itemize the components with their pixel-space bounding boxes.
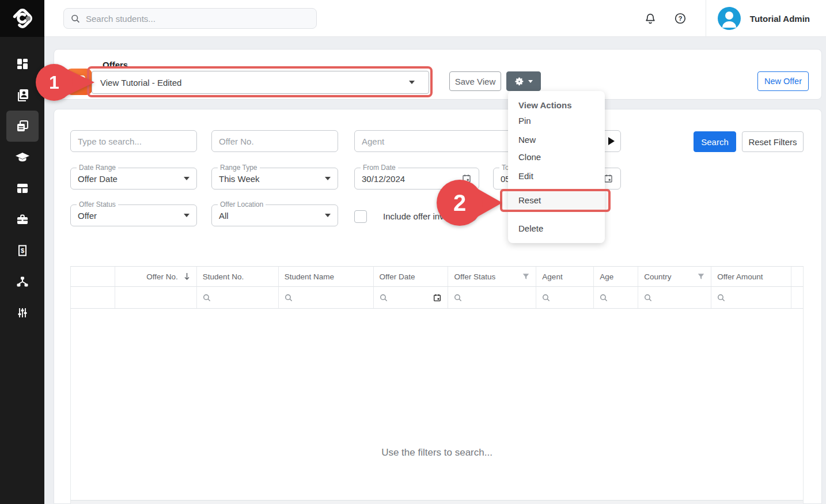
filter-cell-student-no[interactable]	[197, 287, 279, 308]
student-search-input[interactable]	[86, 14, 309, 24]
range-type-select[interactable]: Range Type This Week	[211, 168, 338, 190]
sidebar-item-boards[interactable]	[6, 173, 39, 204]
keyword-search-input[interactable]	[71, 131, 196, 151]
save-view-button[interactable]: Save View	[449, 71, 501, 91]
contacts-icon	[16, 88, 29, 102]
filter-cell-student-name[interactable]	[279, 287, 374, 308]
menu-title: View Actions	[518, 100, 572, 110]
table-filter-row	[70, 287, 804, 309]
calendar-icon[interactable]	[433, 293, 442, 302]
from-date-value: 30/12/2024	[362, 174, 405, 184]
sliders-icon	[16, 306, 29, 320]
sidebar-item-settings[interactable]	[6, 297, 39, 328]
filter-cell-offer-status[interactable]	[448, 287, 536, 308]
column-header-offer-no[interactable]: Offer No.	[115, 267, 197, 286]
graduation-cap-icon	[15, 150, 30, 164]
user-avatar[interactable]	[718, 7, 741, 30]
menu-item-delete[interactable]: Delete	[508, 221, 605, 237]
search-icon	[285, 294, 293, 302]
offer-status-select[interactable]: Offer Status Offer	[70, 204, 197, 226]
sidebar-item-offers[interactable]	[6, 111, 39, 142]
help-button[interactable]: ?	[669, 7, 692, 30]
filter-funnel-icon[interactable]	[697, 272, 705, 281]
offer-no-input[interactable]	[212, 131, 338, 151]
logo-icon	[11, 7, 34, 30]
column-header-student-name[interactable]: Student Name	[279, 267, 374, 286]
column-header-country[interactable]: Country	[638, 267, 711, 286]
reset-filters-button[interactable]: Reset Filters	[742, 131, 804, 152]
notifications-button[interactable]	[639, 7, 662, 30]
column-header-offer-date[interactable]: Offer Date	[374, 267, 449, 286]
chevron-down-icon	[325, 214, 331, 217]
help-icon: ?	[674, 12, 687, 25]
svg-text:?: ?	[678, 15, 682, 22]
chevron-down-icon	[409, 81, 415, 84]
search-icon	[71, 14, 80, 24]
user-name[interactable]: Tutorial Admin	[750, 14, 810, 24]
search-icon	[542, 294, 550, 302]
filter-cell	[70, 287, 115, 308]
menu-item-pin[interactable]: Pin	[508, 113, 605, 129]
horizontal-scrollbar[interactable]	[70, 501, 804, 504]
filter-cell[interactable]	[115, 287, 197, 308]
offer-no-field	[211, 130, 338, 152]
view-actions-gear-button[interactable]	[506, 71, 541, 91]
select-column-header	[70, 267, 115, 286]
column-header-offer-amount[interactable]: Offer Amount	[711, 267, 791, 286]
sidebar-item-services[interactable]	[6, 204, 39, 235]
agent-expand-icon[interactable]	[608, 137, 615, 145]
keyword-search-field	[70, 130, 197, 152]
search-icon	[600, 294, 608, 302]
offer-location-label: Offer Location	[218, 200, 266, 209]
new-offer-button[interactable]: New Offer	[757, 71, 809, 91]
sidebar-item-courses[interactable]	[6, 142, 39, 173]
sidebar-item-dashboard[interactable]	[6, 48, 39, 79]
search-button[interactable]: Search	[694, 131, 736, 152]
menu-item-new[interactable]: New	[508, 132, 605, 148]
include-offer-invoices-label: Include offer invoices	[383, 211, 464, 221]
bell-icon	[644, 12, 657, 25]
topbar: ? Tutorial Admin	[44, 0, 826, 37]
filter-funnel-icon[interactable]	[522, 272, 530, 281]
column-header-age[interactable]: Age	[594, 267, 638, 286]
menu-item-edit[interactable]: Edit	[508, 168, 605, 184]
sidebar-item-agents-network[interactable]	[6, 266, 39, 297]
sidebar-item-invoices[interactable]: $	[6, 235, 39, 266]
table-header-row: Offer No. Student No. Student Name Offer…	[70, 266, 804, 287]
filter-cell-country[interactable]	[638, 287, 711, 308]
chevron-down-icon	[528, 80, 533, 83]
page-title: Offers	[103, 60, 128, 70]
offers-icon	[71, 74, 86, 89]
from-date-field[interactable]: From Date 30/12/2024	[354, 168, 479, 190]
filter-cell-offer-date[interactable]	[374, 287, 449, 308]
range-type-value: This Week	[219, 174, 260, 184]
offers-module-icon	[66, 69, 92, 95]
column-header-student-no[interactable]: Student No.	[197, 267, 279, 286]
menu-item-reset[interactable]: Reset	[508, 190, 605, 211]
filter-cell-offer-amount[interactable]	[711, 287, 791, 308]
calendar-icon[interactable]	[461, 173, 472, 184]
info-icon[interactable]: ⓘ	[468, 211, 477, 223]
search-icon	[203, 294, 211, 302]
filter-cell-agent[interactable]	[536, 287, 594, 308]
student-search-box[interactable]	[63, 8, 317, 29]
sidebar-nav: $	[0, 37, 44, 328]
offer-location-select[interactable]: Offer Location All	[211, 204, 338, 226]
offer-status-value: Offer	[78, 211, 97, 221]
from-date-label: From Date	[361, 164, 398, 172]
sidebar: $	[0, 0, 44, 504]
column-header-offer-status[interactable]: Offer Status	[448, 267, 536, 286]
date-range-label: Date Range	[77, 164, 118, 172]
svg-text:$: $	[20, 247, 24, 254]
include-offer-invoices-checkbox[interactable]	[354, 210, 367, 223]
view-selector-dropdown[interactable]: View Tutorial - Edited	[92, 71, 429, 94]
date-range-value: Offer Date	[78, 174, 118, 184]
filter-cell-age[interactable]	[594, 287, 638, 308]
sort-descending-icon	[183, 272, 191, 281]
offer-status-label: Offer Status	[77, 200, 118, 209]
sidebar-item-contacts[interactable]	[6, 79, 39, 111]
menu-item-clone[interactable]: Clone	[508, 149, 605, 165]
date-range-select[interactable]: Date Range Offer Date	[70, 168, 197, 190]
app-logo[interactable]	[0, 0, 44, 37]
column-header-agent[interactable]: Agent	[536, 267, 594, 286]
